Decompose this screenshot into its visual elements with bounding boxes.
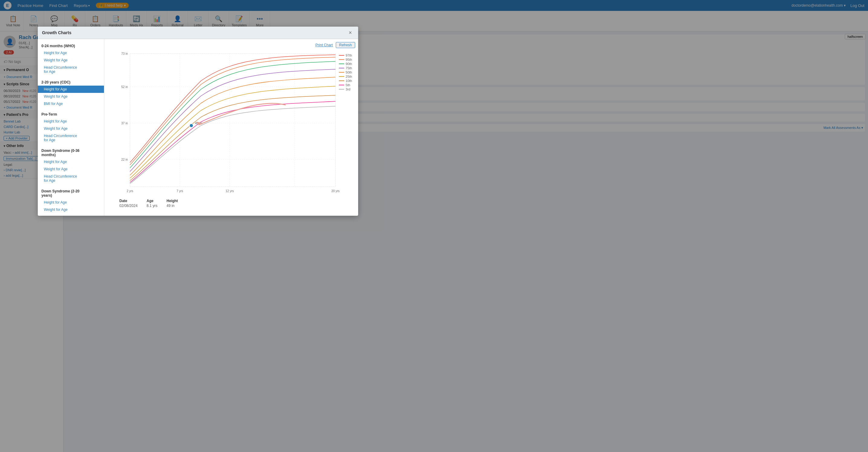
nav-item-ds036-weight[interactable]: Weight for Age [38,166,104,173]
legend-95th: 95th [339,58,352,61]
growth-charts-modal: Growth Charts × 0-24 months (WHO) Height… [38,27,358,216]
date-value: 02/08/2024 [119,204,137,208]
legend-50th: 50th [339,70,352,74]
nav-item-preterm-hc[interactable]: Head Circumferencefor Age [38,132,104,144]
nav-group-ds-036: Down Syndrome (0-36months) [38,146,104,158]
nav-item-cdc-weight[interactable]: Weight for Age [38,93,104,100]
nav-item-who-weight[interactable]: Weight for Age [38,57,104,64]
chart-data-col-height: Height 49 in [166,199,178,208]
modal-header: Growth Charts × [38,27,358,39]
chart-svg-wrapper: 73 in 52 in 37 in 22 in 2 yrs 7 yrs 12 y… [107,51,355,196]
svg-text:2 yrs: 2 yrs [127,189,133,193]
legend-10th: 10th [339,79,352,83]
legend-5th: 5th [339,83,352,87]
nav-item-ds036-hc[interactable]: Head Circumferencefor Age [38,173,104,184]
chart-data-col-age: Age 8.1 yrs [147,199,157,208]
legend-25th: 25th [339,75,352,78]
height-value: 49 in [166,204,178,208]
svg-text:7 yrs: 7 yrs [177,189,183,193]
nav-item-who-height[interactable]: Height for Age [38,49,104,57]
svg-text:37 in: 37 in [121,122,128,125]
svg-text:52 in: 52 in [121,85,128,89]
svg-text:22 in: 22 in [121,158,128,161]
refresh-button[interactable]: Refresh [336,42,355,48]
nav-item-cdc-height[interactable]: Height for Age [38,86,104,93]
nav-item-preterm-weight[interactable]: Weight for Age [38,125,104,132]
svg-text:12 yrs: 12 yrs [225,189,234,193]
nav-group-who: 0-24 months (WHO) [38,41,104,49]
data-point [189,124,193,128]
date-header: Date [119,199,137,203]
age-header: Age [147,199,157,203]
legend-3rd: 3rd [339,87,352,91]
modal-body: 0-24 months (WHO) Height for Age Weight … [38,39,358,216]
chart-nav: 0-24 months (WHO) Height for Age Weight … [38,39,104,216]
growth-chart-svg: 73 in 52 in 37 in 22 in 2 yrs 7 yrs 12 y… [107,51,355,196]
print-chart-link[interactable]: Print Chart [315,43,333,47]
modal-close-button[interactable]: × [347,29,354,36]
svg-text:20 yrs: 20 yrs [331,189,339,193]
svg-text:73 in: 73 in [121,52,128,55]
modal-overlay: Growth Charts × 0-24 months (WHO) Height… [0,0,868,452]
nav-item-preterm-height[interactable]: Height for Age [38,118,104,125]
legend-75th: 75th [339,66,352,70]
chart-data-col-date: Date 02/08/2024 [119,199,137,208]
chart-actions: Print Chart Refresh [107,42,355,48]
nav-item-ds220-weight[interactable]: Weight for Age [38,206,104,213]
nav-item-ds036-height[interactable]: Height for Age [38,158,104,166]
age-value: 8.1 yrs [147,204,157,208]
legend-90th: 90th [339,62,352,66]
nav-item-ds220-height[interactable]: Height for Age [38,199,104,206]
height-header: Height [166,199,178,203]
nav-group-cdc: 2-20 years (CDC) [38,78,104,86]
nav-item-who-hc[interactable]: Head Circumferencefor Age [38,64,104,75]
chart-data-table: Date 02/08/2024 Age 8.1 yrs Height 49 in [107,196,355,208]
modal-title: Growth Charts [42,30,71,35]
nav-item-cdc-bmi[interactable]: BMI for Age [38,100,104,107]
chart-legend: 97th 95th 90th 75th [339,54,352,92]
legend-97th: 97th [339,54,352,57]
chart-area: Print Chart Refresh [104,39,358,216]
nav-group-preterm: Pre-Term [38,110,104,118]
nav-group-ds-220: Down Syndrome (2-20years) [38,187,104,199]
